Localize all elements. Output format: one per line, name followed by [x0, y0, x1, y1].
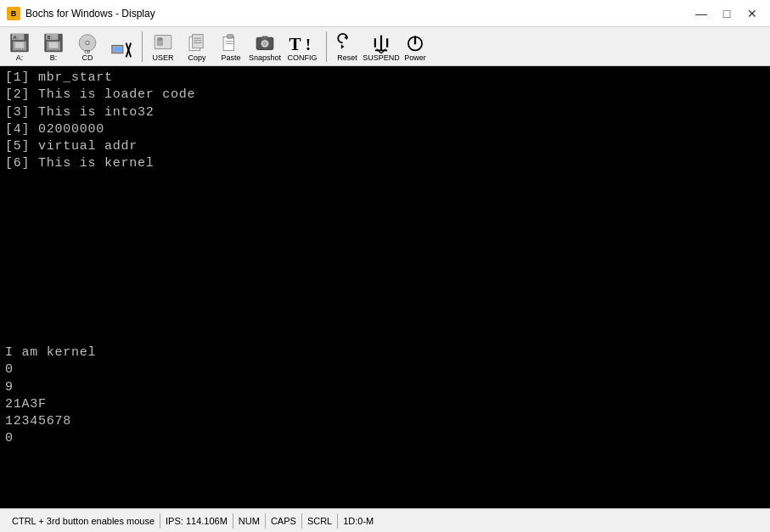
svg-text:A:: A:: [14, 35, 18, 40]
power-icon: [404, 32, 426, 53]
snapshot-label: Snapshot: [249, 54, 281, 62]
title-controls: — □ ✕: [690, 5, 763, 22]
cd-button[interactable]: CD CD: [71, 30, 104, 64]
suspend-icon: [370, 32, 392, 53]
paste-icon: [220, 32, 242, 53]
user-button[interactable]: USER: [147, 30, 179, 64]
svg-rect-17: [114, 47, 121, 52]
floppy-a-icon: A:: [8, 32, 31, 53]
net-button[interactable]: [105, 30, 138, 64]
snapshot-icon: [254, 32, 276, 53]
suspend-button[interactable]: SUSPEND: [365, 30, 397, 64]
reset-icon: [336, 32, 358, 53]
snapshot-button[interactable]: Snapshot: [249, 30, 281, 64]
svg-point-12: [87, 42, 89, 44]
title-left: B Bochs for Windows - Display: [7, 7, 155, 20]
svg-point-32: [262, 41, 267, 45]
mouse-hint: CTRL + 3rd button enables mouse: [7, 516, 160, 526]
title-bar: B Bochs for Windows - Display — □ ✕: [0, 0, 770, 27]
user-icon: [152, 32, 174, 53]
floppy-b-icon: B:: [42, 32, 65, 53]
cd-label: CD: [82, 54, 93, 62]
close-button[interactable]: ✕: [741, 5, 763, 22]
svg-rect-20: [158, 37, 162, 41]
config-button[interactable]: T ! CONFIG: [283, 30, 322, 64]
svg-rect-27: [228, 34, 233, 37]
reset-button[interactable]: Reset: [331, 30, 363, 64]
separator-1: [142, 31, 143, 62]
window-title: Bochs for Windows - Display: [25, 8, 155, 20]
floppy-a-label: A:: [16, 54, 24, 62]
maximize-button[interactable]: □: [716, 5, 738, 22]
caps-badge: CAPS: [266, 514, 301, 528]
power-button[interactable]: Power: [399, 30, 431, 64]
display-area[interactable]: [1] mbr_start [2] This is loader code [3…: [0, 66, 770, 508]
power-label: Power: [404, 54, 426, 62]
terminal-output: [1] mbr_start [2] This is loader code [3…: [5, 70, 765, 448]
svg-rect-22: [193, 34, 204, 48]
config-label: CONFIG: [288, 54, 318, 62]
minimize-button[interactable]: —: [690, 5, 712, 22]
cd-icon: CD: [76, 32, 98, 53]
svg-text:!: !: [306, 36, 311, 53]
paste-label: Paste: [221, 54, 240, 62]
floppy-a-button[interactable]: A: A:: [3, 30, 36, 64]
copy-icon: [186, 32, 208, 53]
svg-text:CD: CD: [84, 50, 89, 53]
svg-rect-33: [261, 36, 267, 39]
toolbar: A: A: B: B: CD CD: [0, 27, 770, 66]
num-badge: NUM: [233, 514, 265, 528]
svg-rect-3: [15, 42, 25, 48]
user-label: USER: [152, 54, 173, 62]
paste-button[interactable]: Paste: [215, 30, 247, 64]
svg-text:T: T: [289, 34, 301, 53]
app-icon: B: [7, 7, 20, 20]
scrl-badge: SCRL: [302, 514, 337, 528]
floppy-b-button[interactable]: B: B:: [37, 30, 70, 64]
floppy-b-label: B:: [50, 54, 58, 62]
ips-display: IPS: 114.106M: [160, 514, 233, 528]
net-icon: [110, 39, 132, 61]
id-badge: 1D:0-M: [338, 514, 379, 528]
svg-text:B:: B:: [48, 35, 52, 40]
separator-2: [326, 31, 327, 62]
reset-label: Reset: [337, 54, 357, 62]
suspend-label: SUSPEND: [363, 54, 400, 62]
svg-rect-8: [49, 42, 59, 48]
copy-label: Copy: [188, 54, 205, 62]
config-icon: T !: [287, 32, 318, 53]
copy-button[interactable]: Copy: [181, 30, 213, 64]
status-bar: CTRL + 3rd button enables mouse IPS: 114…: [0, 508, 770, 532]
